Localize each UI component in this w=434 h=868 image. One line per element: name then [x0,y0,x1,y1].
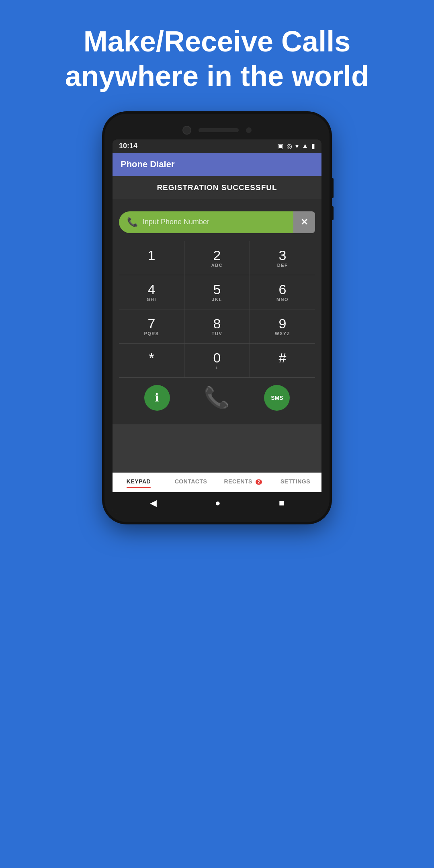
app-title: Phone Dialer [121,159,174,169]
status-bar: 10:14 ▣ ◎ ▾ ▲ ▮ [113,139,321,153]
tab-bar: KEYPAD CONTACTS RECENTS 2 SETTINGS [113,473,321,492]
power-button [331,206,334,220]
input-row[interactable]: 📞 Input Phone Number ✕ [119,211,315,233]
hero-text: Make/Receive Calls anywhere in the world [33,0,401,114]
tab-keypad-label: KEYPAD [127,478,151,485]
hero-line1: Make/Receive Calls [84,25,350,57]
key-3[interactable]: 3 DEF [250,241,315,275]
tab-recents[interactable]: RECENTS 2 [217,478,269,488]
app-bar: Phone Dialer [113,153,321,176]
recent-button[interactable]: ■ [279,498,284,508]
gray-spacer [113,424,321,473]
phone-input-icon: 📞 [127,217,138,227]
home-button[interactable]: ● [215,498,220,508]
clear-button[interactable]: ✕ [293,211,315,233]
status-time: 10:14 [119,142,137,150]
phone-screen: 10:14 ▣ ◎ ▾ ▲ ▮ Phone Dialer REGISTRATIO… [113,139,321,514]
status-icons: ▣ ◎ ▾ ▲ ▮ [277,142,315,150]
key-9[interactable]: 9 WXYZ [250,309,315,343]
location-icon: ◎ [287,142,292,150]
key-8[interactable]: 8 TUV [184,309,250,343]
clear-icon: ✕ [301,217,308,227]
key-star[interactable]: * [119,344,184,377]
info-button[interactable]: ℹ [144,385,170,411]
sim-icon: ▣ [277,142,283,150]
key-1[interactable]: 1 [119,241,184,275]
keypad-grid: 1 2 ABC 3 DEF 4 GHI [119,241,315,377]
key-6[interactable]: 6 MNO [250,275,315,309]
recents-badge: 2 [256,479,262,485]
key-5[interactable]: 5 JKL [184,275,250,309]
info-icon: ℹ [155,391,159,404]
tab-settings[interactable]: SETTINGS [269,478,321,488]
phone-device: 10:14 ▣ ◎ ▾ ▲ ▮ Phone Dialer REGISTRATIO… [104,114,330,522]
tab-keypad[interactable]: KEYPAD [113,478,165,488]
tab-contacts[interactable]: CONTACTS [165,478,217,488]
key-hash[interactable]: # [250,344,315,377]
sensor-right [246,127,252,133]
phone-input-field[interactable]: 📞 Input Phone Number [119,211,293,233]
sms-label: SMS [271,395,283,401]
dialer-area: 📞 Input Phone Number ✕ 1 2 ABC [113,199,321,424]
tab-settings-label: SETTINGS [280,478,310,485]
battery-icon: ▮ [311,142,315,150]
registration-banner: REGISTRATION SUCCESSFUL [113,176,321,199]
back-button[interactable]: ◀ [150,498,157,508]
phone-mockup: 10:14 ▣ ◎ ▾ ▲ ▮ Phone Dialer REGISTRATIO… [104,114,330,868]
tab-recents-label: RECENTS 2 [224,478,262,485]
key-2[interactable]: 2 ABC [184,241,250,275]
key-7[interactable]: 7 PQRS [119,309,184,343]
call-button[interactable]: 📞 [204,385,230,411]
call-icon: 📞 [204,385,230,410]
action-row: ℹ 📞 SMS [119,377,315,418]
key-0[interactable]: 0 + [184,344,250,377]
tab-contacts-label: CONTACTS [175,478,207,485]
key-4[interactable]: 4 GHI [119,275,184,309]
sms-button[interactable]: SMS [264,385,290,411]
volume-button [331,178,334,198]
phone-input-placeholder: Input Phone Number [143,218,209,226]
signal-icon: ▲ [302,142,308,149]
tab-keypad-indicator [127,487,151,488]
phone-speaker [199,128,239,132]
camera-lens-left [182,126,191,135]
android-nav: ◀ ● ■ [113,492,321,514]
wifi-icon: ▾ [295,142,299,150]
phone-notch [113,122,321,139]
hero-line2: anywhere in the world [65,60,369,92]
